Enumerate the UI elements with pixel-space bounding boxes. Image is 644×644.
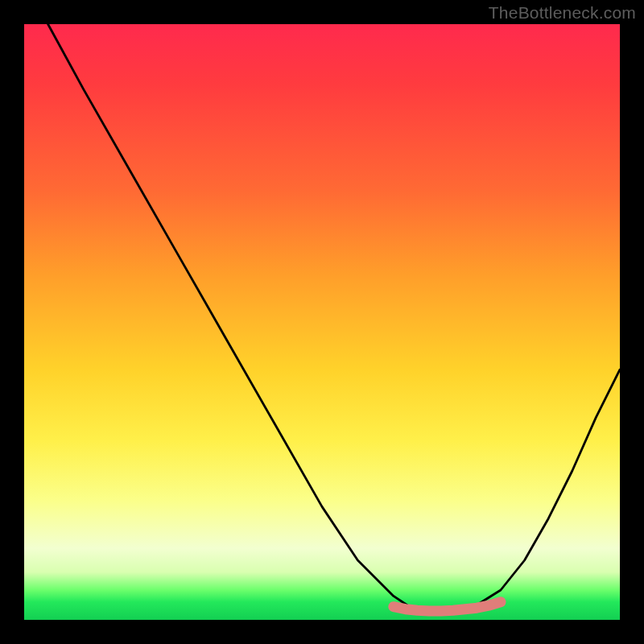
chart-frame: TheBottleneck.com: [0, 0, 644, 644]
watermark-text: TheBottleneck.com: [489, 3, 636, 23]
green-zone-marker: [394, 602, 501, 611]
gradient-plot-area: [24, 24, 620, 620]
bottleneck-curve: [48, 24, 620, 611]
curve-svg: [24, 24, 620, 620]
